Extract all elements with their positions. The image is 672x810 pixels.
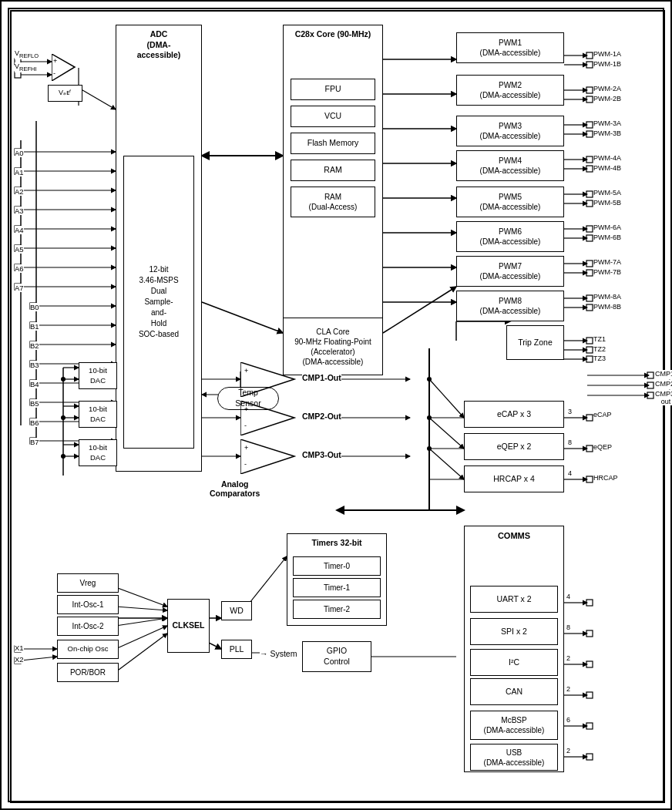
pwm8b-label: PWM-8B: [593, 303, 621, 311]
hrcap-pin-label: HRCAP: [593, 474, 618, 482]
vcu-block: VCU: [291, 106, 375, 127]
pwm5b-label: PWM-5B: [593, 199, 621, 207]
cmp2-out-label: CMP2-Out: [302, 412, 341, 421]
svg-marker-181: [240, 401, 294, 435]
cmp1-out-label: CMP1-Out: [302, 373, 341, 382]
pwm6b-label: PWM-6B: [593, 234, 621, 241]
svg-text:-: -: [244, 460, 247, 468]
svg-text:+: +: [244, 367, 248, 375]
tz2-label: TZ2: [593, 345, 606, 353]
c28x-title: C28x Core (90-MHz): [284, 29, 382, 40]
pwm3b-label: PWM-3B: [593, 129, 621, 137]
pwm7-block: PWM7(DMA-accessible): [456, 256, 564, 287]
pwm2-block: PWM2(DMA-accessible): [456, 75, 564, 106]
tz1-label: TZ1: [593, 335, 606, 343]
cmp2-symbol: + -: [240, 401, 302, 435]
svg-text:+: +: [244, 405, 248, 413]
block-diagram: 6 3 8 4: [0, 0, 672, 810]
flash-block: Flash Memory: [291, 133, 375, 154]
cmp1-symbol: + -: [240, 362, 302, 397]
pwm8-block: PWM8(DMA-accessible): [456, 291, 564, 321]
pwm3-block: PWM3(DMA-accessible): [456, 116, 564, 146]
svg-text:+: +: [53, 57, 57, 65]
mcbsp-block: McBSP(DMA-accessible): [470, 711, 558, 740]
wd-block: WD: [221, 601, 252, 620]
pwm6-block: PWM6(DMA-accessible): [456, 221, 564, 252]
a2-label: A2: [15, 187, 24, 196]
vrefhi-label: VREFHI: [15, 62, 37, 72]
a0-label: A0: [15, 149, 24, 157]
svg-text:+: +: [244, 444, 248, 452]
a3-label: A3: [15, 207, 24, 215]
pwm7a-label: PWM-7A: [593, 258, 621, 266]
cmp3-out-label: CMP3-Out: [302, 450, 341, 459]
b1-label: B1: [30, 322, 39, 331]
analog-comparators-label: AnalogComparators: [210, 479, 260, 498]
timer2-block: Timer-2: [293, 600, 381, 619]
tz3-label: TZ3: [593, 355, 606, 362]
svg-marker-184: [240, 439, 294, 474]
opamp-symbol: + -: [52, 54, 79, 81]
i2c-block: I²C: [470, 649, 558, 676]
porbor-block: POR/BOR: [57, 663, 119, 682]
dac2-block: 10-bitDAC: [79, 401, 117, 428]
ram1-block: RAM: [291, 160, 375, 181]
intosc2-block: Int-Osc-2: [57, 617, 119, 636]
b2-label: B2: [30, 341, 39, 350]
b3-label: B3: [30, 361, 39, 369]
trip-zone-block: Trip Zone: [506, 325, 564, 360]
vref-block: Vₔᴇᶠ: [48, 85, 82, 102]
adc-spec-label: 12-bit3.46-MSPSDualSample-and-HoldSOC-ba…: [139, 264, 179, 340]
fpu-block: FPU: [291, 79, 375, 100]
a6-label: A6: [15, 264, 24, 273]
x1-label: X1: [15, 644, 24, 652]
pwm5a-label: PWM-5A: [593, 189, 621, 197]
ecap-pin-label: eCAP: [593, 411, 612, 418]
system-label: → System: [260, 649, 297, 658]
svg-text:-: -: [53, 69, 55, 77]
pwm4a-label: PWM-4A: [593, 154, 621, 162]
clksel-block: CLKSEL: [167, 599, 210, 653]
timer1-block: Timer-1: [293, 578, 381, 597]
adc-inner-block: 12-bit3.46-MSPSDualSample-and-HoldSOC-ba…: [123, 156, 194, 449]
comms-title: COMMS: [465, 530, 563, 541]
a4-label: A4: [15, 226, 24, 234]
b0-label: B0: [30, 303, 39, 311]
pwm6a-label: PWM-6A: [593, 224, 621, 231]
b7-label: B7: [30, 438, 39, 446]
ecap-block: eCAP x 3: [464, 401, 564, 428]
pwm7b-label: PWM-7B: [593, 268, 621, 276]
eqep-block: eQEP x 2: [464, 433, 564, 460]
pwm3a-label: PWM-3A: [593, 119, 621, 127]
onchip-osc-block: On-chip Osc: [57, 640, 119, 659]
x2-label: X2: [15, 655, 24, 664]
pwm1-block: PWM1(DMA-accessible): [456, 32, 564, 63]
pwm5-block: PWM5(DMA-accessible): [456, 187, 564, 217]
a5-label: A5: [15, 245, 24, 254]
b6-label: B6: [30, 418, 39, 427]
vreflo-label: VREFLO: [15, 49, 39, 59]
hrcap-block: HRCAP x 4: [464, 465, 564, 492]
intosc1-block: Int-Osc-1: [57, 595, 119, 614]
vreg-block: Vreg: [57, 573, 119, 593]
usb-block: USB(DMA-accessible): [470, 744, 558, 771]
timer0-block: Timer-0: [293, 556, 381, 576]
svg-text:-: -: [244, 383, 247, 391]
pwm2b-label: PWM-2B: [593, 95, 621, 103]
svg-text:-: -: [244, 422, 247, 429]
uart-block: UART x 2: [470, 586, 558, 613]
ram2-block: RAM(Dual-Access): [291, 187, 375, 217]
gpio-block: GPIOControl: [302, 641, 371, 672]
a7-label: A7: [15, 284, 24, 292]
pwm4b-label: PWM-4B: [593, 164, 621, 172]
cmp3-symbol: + -: [240, 439, 302, 474]
timers-title: Timers 32-bit: [287, 538, 386, 549]
pwm2a-label: PWM-2A: [593, 85, 621, 92]
cla-label: CLA Core90-MHz Floating-Point(Accelerato…: [294, 327, 371, 367]
pwm8a-label: PWM-8A: [593, 293, 621, 301]
eqep-pin-label: eQEP: [593, 443, 612, 451]
pwm1a-label: PWM-1A: [593, 50, 621, 58]
spi-block: SPI x 2: [470, 618, 558, 645]
pll-block: PLL: [221, 640, 252, 659]
dac3-block: 10-bitDAC: [79, 439, 117, 466]
